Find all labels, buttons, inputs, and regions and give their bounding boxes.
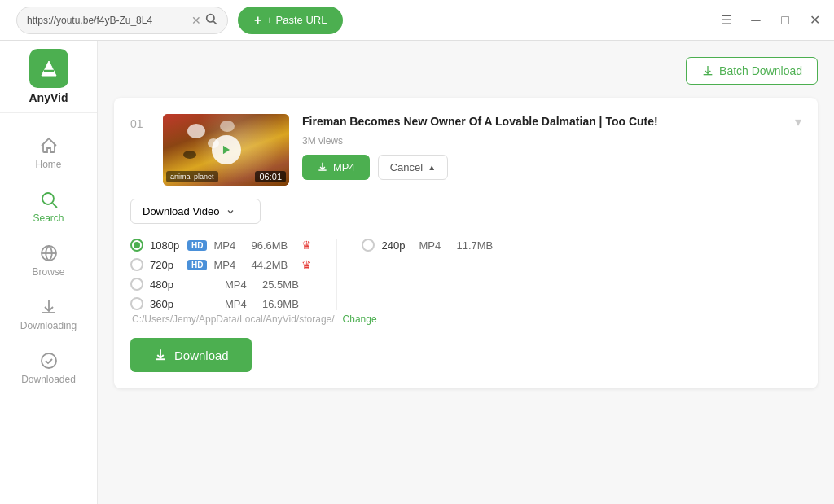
window-controls: ☰ ─ □ ✕	[717, 11, 824, 30]
change-storage-button[interactable]: Change	[343, 313, 377, 325]
quality-row-1080p[interactable]: 1080p HD MP4 96.6MB ♛	[130, 235, 312, 255]
download-icon	[317, 161, 328, 173]
download-button[interactable]: Download	[130, 338, 252, 372]
plus-icon: +	[254, 13, 261, 28]
quality-label-240p: 240p	[381, 239, 412, 252]
app-name: AnyVid	[29, 91, 68, 104]
video-header: 01 animal planet	[130, 114, 801, 186]
quality-label-360p: 360p	[150, 298, 181, 310]
main-content: Batch Download 01	[98, 41, 834, 504]
size-360p: 16.9MB	[262, 298, 306, 310]
svg-line-1	[213, 21, 217, 24]
size-720p: 44.2MB	[251, 259, 295, 271]
app-logo	[29, 49, 68, 88]
downloading-icon	[39, 297, 59, 317]
sidebar-browse-label: Browse	[32, 266, 64, 278]
svg-point-8	[42, 353, 56, 368]
sidebar-downloaded-label: Downloaded	[21, 374, 76, 385]
format-720p: MP4	[213, 259, 244, 271]
download-options: Download Video 1080p HD	[130, 199, 801, 372]
video-duration: 06:01	[255, 171, 286, 182]
url-clear-button[interactable]: ✕	[188, 14, 204, 27]
sidebar-item-downloading[interactable]: Downloading	[0, 287, 97, 341]
svg-marker-2	[42, 61, 56, 76]
url-bar[interactable]: https://youtu.be/f4yB-Zu_8L4 ✕	[16, 7, 228, 34]
close-button[interactable]: ✕	[805, 11, 824, 30]
hd-badge-1080p: HD	[187, 240, 207, 251]
sidebar-item-downloaded[interactable]: Downloaded	[0, 341, 97, 395]
cancel-button[interactable]: Cancel ▲	[378, 155, 448, 180]
format-360p: MP4	[225, 298, 256, 310]
column-divider	[336, 239, 337, 310]
premium-icon-720p: ♛	[301, 258, 312, 271]
size-1080p: 96.6MB	[251, 239, 295, 252]
video-title: Fireman Becomes New Owner Of A Lovable D…	[302, 114, 782, 130]
paste-url-button[interactable]: + + Paste URL	[238, 7, 343, 34]
radio-1080p[interactable]	[130, 239, 143, 252]
svg-point-0	[207, 15, 214, 22]
downloaded-icon	[39, 351, 59, 370]
quality-label-480p: 480p	[150, 278, 181, 291]
sidebar-item-home[interactable]: Home	[0, 126, 97, 180]
format-240p: MP4	[419, 239, 450, 252]
expand-icon[interactable]: ▾	[795, 114, 801, 129]
video-info: Fireman Becomes New Owner Of A Lovable D…	[302, 114, 782, 180]
size-480p: 25.5MB	[262, 278, 306, 291]
format-480p: MP4	[225, 278, 256, 291]
maximize-button[interactable]: □	[775, 11, 795, 30]
quality-row-240p[interactable]: 240p MP4 11.7MB	[362, 235, 500, 255]
sidebar-search-label: Search	[33, 213, 64, 224]
batch-download-button[interactable]: Batch Download	[686, 57, 818, 85]
sidebar-item-search[interactable]: Search	[0, 180, 97, 234]
radio-480p[interactable]	[130, 278, 143, 291]
search-icon	[39, 190, 59, 209]
download-type-dropdown[interactable]: Download Video	[130, 199, 261, 224]
url-search-button[interactable]	[204, 12, 217, 28]
video-actions: MP4 Cancel ▲	[302, 155, 782, 180]
quality-label-1080p: 1080p	[150, 239, 181, 252]
dropdown-row: Download Video	[130, 199, 801, 224]
sidebar: AnyVid Home Search Browse Downl	[0, 41, 98, 504]
radio-360p[interactable]	[130, 297, 143, 310]
url-text: https://youtu.be/f4yB-Zu_8L4	[27, 15, 188, 26]
browse-icon	[39, 243, 59, 263]
title-bar: https://youtu.be/f4yB-Zu_8L4 ✕ + + Paste…	[0, 0, 834, 41]
sidebar-home-label: Home	[35, 159, 61, 170]
download-btn-icon	[153, 348, 168, 362]
premium-icon-1080p: ♛	[301, 239, 312, 252]
radio-240p[interactable]	[362, 239, 375, 252]
size-240p: 11.7MB	[456, 239, 500, 252]
quality-row-480p[interactable]: 480p MP4 25.5MB	[130, 274, 312, 294]
menu-button[interactable]: ☰	[717, 11, 736, 30]
dropdown-arrow-icon	[226, 207, 235, 217]
channel-badge: animal planet	[166, 171, 218, 182]
mp4-button[interactable]: MP4	[302, 155, 370, 180]
storage-row: C:/Users/Jemy/AppData/Local/AnyVid/stora…	[130, 313, 801, 325]
video-thumbnail: animal planet 06:01	[163, 114, 289, 186]
sidebar-item-browse[interactable]: Browse	[0, 234, 97, 287]
top-actions: Batch Download	[114, 57, 818, 85]
quality-column-left: 1080p HD MP4 96.6MB ♛ 720p HD MP4	[130, 235, 312, 313]
svg-line-5	[52, 204, 57, 208]
home-icon	[39, 136, 59, 156]
video-views: 3M views	[302, 135, 782, 147]
quality-columns: 1080p HD MP4 96.6MB ♛ 720p HD MP4	[130, 235, 801, 313]
sidebar-downloading-label: Downloading	[20, 320, 77, 331]
hd-badge-720p: HD	[187, 260, 207, 270]
chevron-up-icon: ▲	[428, 163, 436, 172]
svg-point-4	[42, 193, 54, 204]
video-number: 01	[130, 117, 150, 130]
batch-download-icon	[701, 64, 714, 77]
quality-row-360p[interactable]: 360p MP4 16.9MB	[130, 294, 312, 313]
quality-label-720p: 720p	[150, 259, 181, 271]
format-1080p: MP4	[213, 239, 244, 252]
storage-path: C:/Users/Jemy/AppData/Local/AnyVid/stora…	[132, 313, 335, 325]
quality-column-right: 240p MP4 11.7MB	[362, 235, 500, 313]
quality-row-720p[interactable]: 720p HD MP4 44.2MB ♛	[130, 255, 312, 274]
video-card: 01 animal planet	[114, 98, 818, 388]
radio-720p[interactable]	[130, 258, 143, 271]
minimize-button[interactable]: ─	[746, 11, 766, 30]
logo-area: AnyVid	[0, 49, 97, 113]
